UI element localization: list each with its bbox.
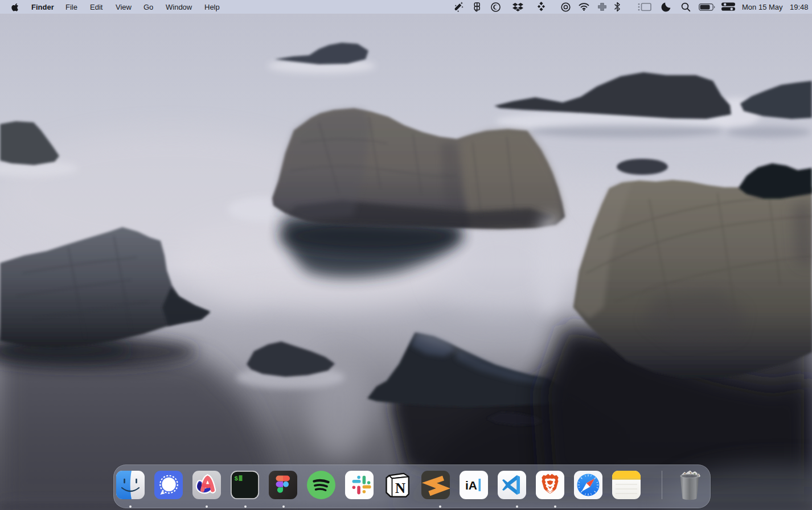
svg-text:$: $ <box>235 475 239 482</box>
svg-text:N: N <box>395 480 405 496</box>
svg-text:iA: iA <box>465 479 477 492</box>
